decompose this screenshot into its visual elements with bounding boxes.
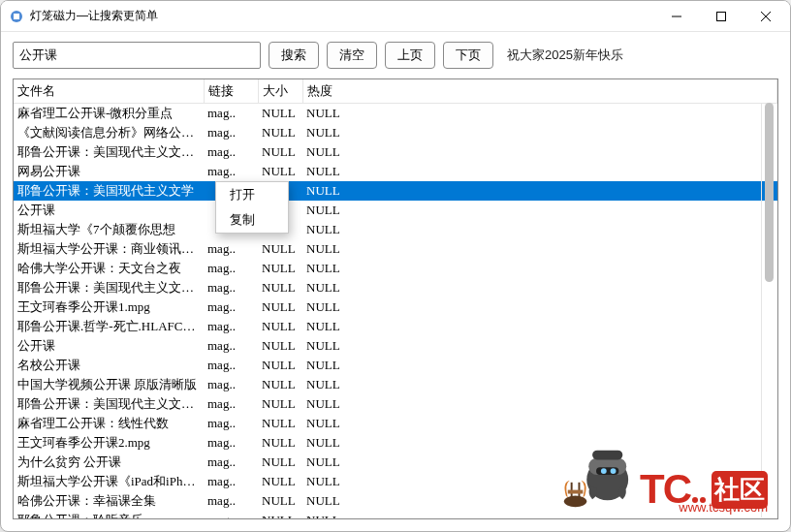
svg-rect-3 [717,12,726,20]
table-row[interactable]: 斯坦福大学公开课《iPad和iPhon..mag..NULLNULL [14,472,777,491]
col-header-size[interactable]: 大小 [258,79,302,104]
table-row[interactable]: 哈佛公开课：幸福课全集mag..NULLNULL [14,491,777,511]
table-row[interactable]: 麻省理工公开课：线性代数mag..NULLNULL [14,414,777,433]
cell-link: mag.. [204,472,258,491]
cell-link: mag.. [204,336,258,356]
cell-link: mag.. [204,394,258,414]
results-table-container: 文件名 链接 大小 热度 麻省理工公开课-微积分重点mag..NULLNULL《… [13,78,778,519]
table-row[interactable]: 名校公开课mag..NULLNULL [14,356,777,375]
cell-name: 《文献阅读信息分析》网络公开.. [14,123,204,142]
cell-link: mag.. [204,433,258,453]
cell-name: 耶鲁公开课：美国现代主义文学.. [14,278,204,297]
cell-link: mag.. [204,491,258,511]
minimize-button[interactable] [654,2,699,31]
cell-link: mag.. [204,453,258,472]
table-row[interactable]: 《文献阅读信息分析》网络公开..mag..NULLNULL [14,123,777,142]
cell-hot: NULL [302,356,777,375]
prev-button[interactable]: 上页 [385,42,435,69]
cell-name: 王文珂春季公开课1.mpg [14,297,204,317]
cell-size: NULL [258,336,302,356]
ctx-copy[interactable]: 复制 [216,207,288,233]
cell-hot: NULL [302,297,777,317]
maximize-button[interactable] [699,2,744,31]
cell-hot: NULL [302,472,777,491]
cell-name: 网易公开课 [14,162,204,181]
cell-size: NULL [258,123,302,142]
cell-size: NULL [258,317,302,336]
col-header-link[interactable]: 链接 [204,79,258,104]
cell-link: mag.. [204,317,258,336]
clear-button[interactable]: 清空 [327,42,377,69]
cell-name: 名校公开课 [14,356,204,375]
table-row[interactable]: 王文珂春季公开课1.mpgmag..NULLNULL [14,297,777,317]
greeting-text: 祝大家2025新年快乐 [507,47,623,64]
cell-name: 麻省理工公开课：线性代数 [14,414,204,433]
app-icon [9,9,24,24]
cell-size: NULL [258,142,302,162]
cell-hot: NULL [302,181,777,201]
table-row[interactable]: 麻省理工公开课-微积分重点mag..NULLNULL [14,104,777,124]
cell-link: mag.. [204,511,258,519]
search-button[interactable]: 搜索 [269,42,319,69]
table-row[interactable]: 网易公开课mag..NULLNULL [14,162,777,181]
close-button[interactable] [744,2,788,31]
table-row[interactable]: 耶鲁公开课：美国现代主义文学..mag..NULLNULL [14,142,777,162]
cell-size: NULL [258,375,302,394]
cell-hot: NULL [302,239,777,259]
search-input[interactable] [13,42,261,69]
cell-name: 哈佛公开课：幸福课全集 [14,491,204,511]
cell-hot: NULL [302,162,777,181]
cell-name: 公开课 [14,336,204,356]
table-row[interactable]: 为什么贫穷 公开课mag..NULLNULL [14,453,777,472]
cell-name: 耶鲁公开课：美国现代主义文学.. [14,394,204,414]
cell-link: mag.. [204,142,258,162]
cell-link: mag.. [204,104,258,124]
cell-name: 斯坦福大学公开课《iPad和iPhon.. [14,472,204,491]
toolbar: 搜索 清空 上页 下页 祝大家2025新年快乐 [1,32,790,78]
scrollbar-thumb[interactable] [765,103,774,282]
table-row[interactable]: 耶鲁公开课：聆听音乐mag..NULLNULL [14,511,777,519]
table-row[interactable]: 哈佛大学公开课：天文台之夜mag..NULLNULL [14,259,777,278]
cell-size: NULL [258,104,302,124]
cell-size: NULL [258,356,302,375]
cell-name: 哈佛大学公开课：天文台之夜 [14,259,204,278]
cell-size: NULL [258,511,302,519]
col-header-name[interactable]: 文件名 [14,79,204,104]
cell-size: NULL [258,491,302,511]
cell-size: NULL [258,433,302,453]
cell-hot: NULL [302,123,777,142]
cell-size: NULL [258,278,302,297]
cell-hot: NULL [302,220,777,239]
cell-hot: NULL [302,491,777,511]
svg-rect-1 [14,14,19,19]
ctx-open[interactable]: 打开 [216,182,288,207]
cell-size: NULL [258,414,302,433]
table-row[interactable]: 王文珂春季公开课2.mpgmag..NULLNULL [14,433,777,453]
next-button[interactable]: 下页 [443,42,493,69]
vertical-scrollbar[interactable] [761,103,776,517]
table-row[interactable]: 耶鲁公开课：美国现代主义文学..mag..NULLNULL [14,278,777,297]
titlebar: 灯笼磁力—让搜索更简单 [1,1,790,32]
cell-hot: NULL [302,453,777,472]
window-title: 灯笼磁力—让搜索更简单 [30,8,654,24]
cell-link: mag.. [204,278,258,297]
table-row[interactable]: 耶鲁公开课：美国现代主义文学NULL [14,181,777,201]
table-row[interactable]: 中国大学视频公开课 原版清晰版mag..NULLNULL [14,375,777,394]
results-table[interactable]: 文件名 链接 大小 热度 麻省理工公开课-微积分重点mag..NULLNULL《… [14,79,777,519]
table-row[interactable]: 公开课-NULL [14,201,777,220]
table-row[interactable]: 公开课mag..NULLNULL [14,336,777,356]
cell-size: NULL [258,239,302,259]
table-row[interactable]: 斯坦福大学《7个颠覆你思想-NULL [14,220,777,239]
cell-name: 耶鲁公开课：美国现代主义文学 [14,181,204,201]
table-row[interactable]: 耶鲁公开课.哲学-死亡.HLAFCD-T..mag..NULLNULL [14,317,777,336]
cell-size: NULL [258,259,302,278]
cell-name: 公开课 [14,201,204,220]
cell-link: mag.. [204,356,258,375]
col-header-hot[interactable]: 热度 [302,79,777,104]
table-row[interactable]: 斯坦福大学公开课：商业领讯讲..mag..NULLNULL [14,239,777,259]
table-row[interactable]: 耶鲁公开课：美国现代主义文学..mag..NULLNULL [14,394,777,414]
cell-name: 耶鲁公开课：聆听音乐 [14,511,204,519]
cell-name: 斯坦福大学公开课：商业领讯讲.. [14,239,204,259]
cell-link: mag.. [204,162,258,181]
cell-hot: NULL [302,278,777,297]
